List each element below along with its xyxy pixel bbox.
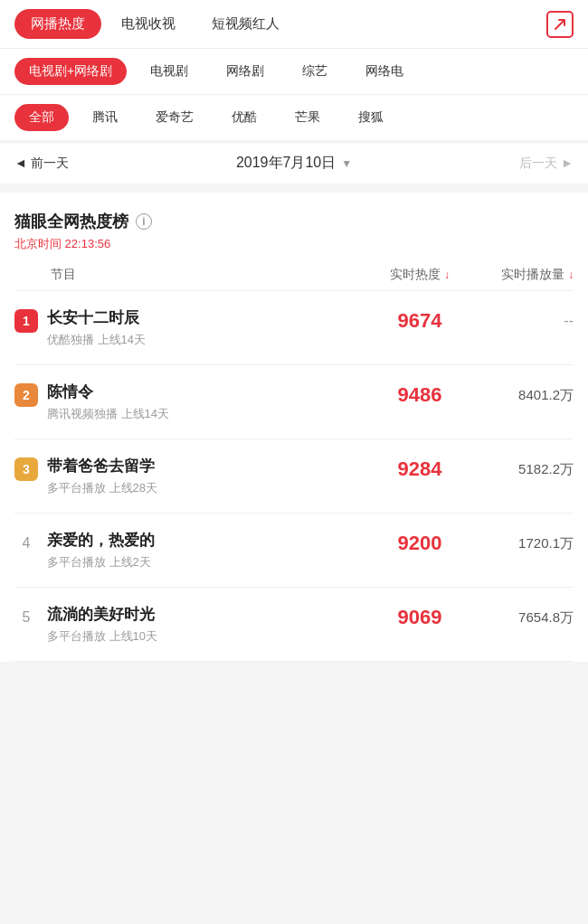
main-content: 猫眼全网热度榜 i 北京时间 22:13:56 节目 实时热度 ↓ 实时播放量 … <box>0 193 588 662</box>
external-link-icon[interactable] <box>546 11 574 38</box>
table-row[interactable]: 4 亲爱的，热爱的 多平台播放 上线2天 9200 1720.1万 <box>14 514 574 588</box>
row-heat-2: 9486 <box>365 382 474 407</box>
col-play-label: 实时播放量 <box>501 267 564 283</box>
row-info-3: 带着爸爸去留学 多平台播放 上线28天 <box>47 456 365 496</box>
row-title-1: 长安十二时辰 <box>47 307 365 328</box>
row-play-3: 5182.2万 <box>474 456 574 478</box>
row-sub-5: 多平台播放 上线10天 <box>47 628 365 645</box>
chart-title-text: 猫眼全网热度榜 <box>14 211 128 232</box>
filter-variety[interactable]: 综艺 <box>288 58 342 85</box>
heat-sort-arrow: ↓ <box>444 269 450 281</box>
filter-tv-web[interactable]: 电视剧+网络剧 <box>14 58 127 85</box>
filter-tencent[interactable]: 腾讯 <box>78 104 132 131</box>
row-info-4: 亲爱的，热爱的 多平台播放 上线2天 <box>47 530 365 570</box>
filter-youku[interactable]: 优酷 <box>217 104 271 131</box>
row-heat-1: 9674 <box>365 307 474 333</box>
row-info-5: 流淌的美好时光 多平台播放 上线10天 <box>47 604 365 645</box>
rank-badge-3: 3 <box>14 457 38 481</box>
date-dropdown-arrow: ▼ <box>341 157 352 170</box>
row-sub-1: 优酷独播 上线14天 <box>47 332 365 348</box>
date-navigation: ◄ 前一天 2019年7月10日 ▼ 后一天 ► <box>0 142 588 184</box>
top-tab-bar: 网播热度 电视收视 短视频红人 <box>0 0 588 49</box>
col-heat-label: 实时热度 <box>390 267 441 283</box>
row-play-5: 7654.8万 <box>474 604 574 627</box>
filter-web-film[interactable]: 网络电 <box>351 58 418 85</box>
rank-badge-1: 1 <box>14 309 38 333</box>
next-day-button[interactable]: 后一天 ► <box>519 156 574 172</box>
rank-plain-4: 4 <box>14 532 38 555</box>
row-heat-5: 9069 <box>365 604 474 629</box>
row-play-4: 1720.1万 <box>474 530 574 552</box>
table-row[interactable]: 1 长安十二时辰 优酷独播 上线14天 9674 -- <box>14 291 574 365</box>
filter-sohu[interactable]: 搜狐 <box>344 104 398 131</box>
chart-time: 北京时间 22:13:56 <box>14 236 574 252</box>
chart-title: 猫眼全网热度榜 i <box>14 211 574 232</box>
filter-all[interactable]: 全部 <box>14 104 69 131</box>
row-play-2: 8401.2万 <box>474 382 574 404</box>
current-date: 2019年7月10日 <box>236 154 336 173</box>
tab-wangbo[interactable]: 网播热度 <box>14 9 101 39</box>
filter-web[interactable]: 网络剧 <box>212 58 279 85</box>
row-info-1: 长安十二时辰 优酷独播 上线14天 <box>47 307 365 348</box>
info-icon[interactable]: i <box>136 213 152 230</box>
col-play-header[interactable]: 实时播放量 ↓ <box>474 267 574 283</box>
row-play-1: -- <box>474 307 574 329</box>
play-sort-arrow: ↓ <box>568 269 574 281</box>
filter-tv[interactable]: 电视剧 <box>136 58 203 85</box>
row-title-4: 亲爱的，热爱的 <box>47 530 365 551</box>
col-heat-header[interactable]: 实时热度 ↓ <box>365 267 474 283</box>
table-row[interactable]: 2 陈情令 腾讯视频独播 上线14天 9486 8401.2万 <box>14 365 574 439</box>
filter-iqiyi[interactable]: 爱奇艺 <box>141 104 208 131</box>
prev-day-button[interactable]: ◄ 前一天 <box>14 156 69 172</box>
row-info-2: 陈情令 腾讯视频独播 上线14天 <box>47 382 365 422</box>
rank-plain-5: 5 <box>14 606 38 629</box>
filter-mango[interactable]: 芒果 <box>280 104 335 131</box>
table-row[interactable]: 5 流淌的美好时光 多平台播放 上线10天 9069 7654.8万 <box>14 588 574 662</box>
col-name-header: 节目 <box>51 267 365 283</box>
table-row[interactable]: 3 带着爸爸去留学 多平台播放 上线28天 9284 5182.2万 <box>14 439 574 514</box>
date-selector[interactable]: 2019年7月10日 ▼ <box>236 154 352 173</box>
table-header: 节目 实时热度 ↓ 实时播放量 ↓ <box>14 252 574 291</box>
row-sub-3: 多平台播放 上线28天 <box>47 480 365 496</box>
rank-badge-2: 2 <box>14 383 38 407</box>
row-heat-4: 9200 <box>365 530 474 555</box>
row-heat-3: 9284 <box>365 456 474 481</box>
row-sub-2: 腾讯视频独播 上线14天 <box>47 406 365 422</box>
row-sub-4: 多平台播放 上线2天 <box>47 554 365 570</box>
filter-row-1: 电视剧+网络剧 电视剧 网络剧 综艺 网络电 <box>0 49 588 94</box>
tab-duanshipin[interactable]: 短视频红人 <box>195 9 296 39</box>
row-title-3: 带着爸爸去留学 <box>47 456 365 476</box>
filter-row-2: 全部 腾讯 爱奇艺 优酷 芒果 搜狐 <box>0 94 588 140</box>
row-title-5: 流淌的美好时光 <box>47 604 365 625</box>
tab-dianshi[interactable]: 电视收视 <box>105 9 192 39</box>
row-title-2: 陈情令 <box>47 382 365 402</box>
